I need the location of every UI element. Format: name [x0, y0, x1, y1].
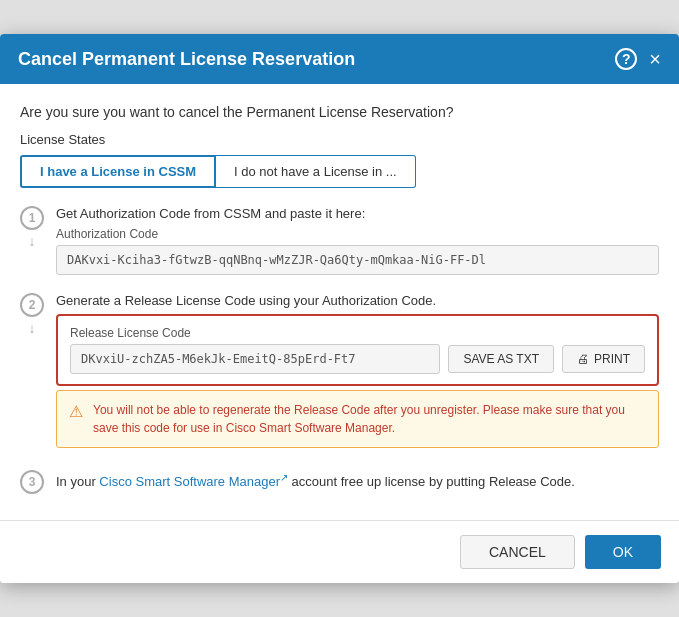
dialog-header: Cancel Permanent License Reservation ? ×: [0, 34, 679, 84]
auth-code-input[interactable]: [56, 245, 659, 275]
header-icons: ? ×: [615, 48, 661, 70]
license-tab-group: I have a License in CSSM I do not have a…: [20, 155, 659, 188]
release-code-label: Release License Code: [70, 326, 645, 340]
step2-content: Generate a Release License Code using yo…: [56, 293, 659, 466]
printer-icon: 🖨: [577, 352, 589, 366]
close-button[interactable]: ×: [649, 49, 661, 69]
warning-icon: ⚠: [69, 402, 83, 437]
cancel-plr-dialog: Cancel Permanent License Reservation ? ×…: [0, 34, 679, 583]
license-states-label: License States: [20, 132, 659, 147]
step1-circle: 1: [20, 206, 44, 230]
dialog-title: Cancel Permanent License Reservation: [18, 49, 355, 70]
step3-text: In your Cisco Smart Software Manager↗ ac…: [56, 470, 659, 492]
step3-circle: 3: [20, 470, 44, 494]
step2-description: Generate a Release License Code using yo…: [56, 293, 659, 308]
tab-no-license[interactable]: I do not have a License in ...: [216, 155, 416, 188]
save-as-txt-button[interactable]: SAVE AS TXT: [448, 345, 554, 373]
auth-code-label: Authorization Code: [56, 227, 659, 241]
warning-box: ⚠ You will not be able to regenerate the…: [56, 390, 659, 448]
step3-row: 3 In your Cisco Smart Software Manager↗ …: [20, 470, 659, 506]
warning-text: You will not be able to regenerate the R…: [93, 401, 646, 437]
step1-row: 1 ↓ Get Authorization Code from CSSM and…: [20, 206, 659, 289]
release-code-box: Release License Code SAVE AS TXT 🖨 PRINT: [56, 314, 659, 386]
step2-circle: 2: [20, 293, 44, 317]
step2-row: 2 ↓ Generate a Release License Code usin…: [20, 293, 659, 466]
step2-arrow: ↓: [29, 319, 36, 339]
step1-description: Get Authorization Code from CSSM and pas…: [56, 206, 659, 221]
dialog-body: Are you sure you want to cancel the Perm…: [0, 84, 679, 520]
step1-arrow: ↓: [29, 232, 36, 252]
release-row: SAVE AS TXT 🖨 PRINT: [70, 344, 645, 374]
release-code-input[interactable]: [70, 344, 440, 374]
help-icon[interactable]: ?: [615, 48, 637, 70]
dialog-footer: CANCEL OK: [0, 520, 679, 583]
step3-suffix: account free up license by putting Relea…: [288, 474, 575, 489]
external-link-icon: ↗: [280, 472, 288, 483]
step3-content: In your Cisco Smart Software Manager↗ ac…: [56, 470, 659, 506]
step1-content: Get Authorization Code from CSSM and pas…: [56, 206, 659, 289]
print-button[interactable]: 🖨 PRINT: [562, 345, 645, 373]
confirm-text: Are you sure you want to cancel the Perm…: [20, 104, 659, 120]
step3-prefix: In your: [56, 474, 99, 489]
tab-has-license[interactable]: I have a License in CSSM: [20, 155, 216, 188]
ok-button[interactable]: OK: [585, 535, 661, 569]
cancel-button[interactable]: CANCEL: [460, 535, 575, 569]
cssm-link[interactable]: Cisco Smart Software Manager↗: [99, 474, 288, 489]
